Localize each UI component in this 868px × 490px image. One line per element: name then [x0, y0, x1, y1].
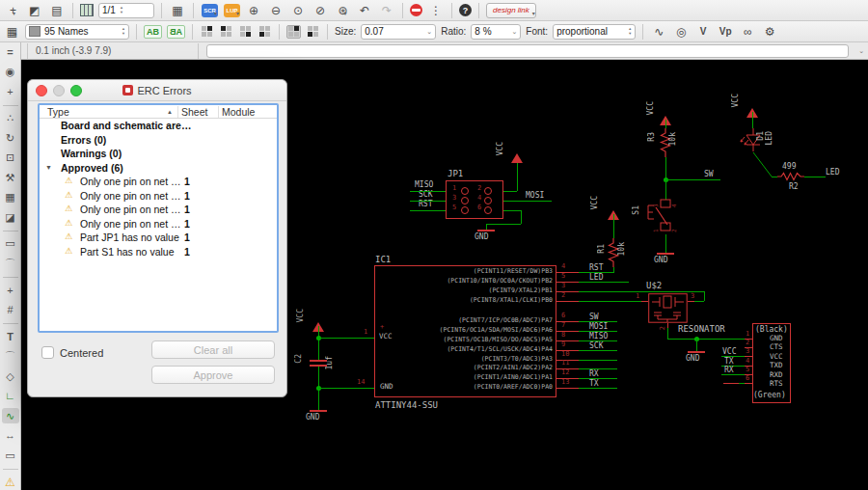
- u2-resonator[interactable]: [648, 293, 688, 323]
- layers-table-icon[interactable]: ▦: [169, 3, 186, 18]
- erc-row[interactable]: ⚠Only one pin on net …1: [40, 217, 277, 231]
- zoom-out-icon[interactable]: ⊖: [267, 3, 285, 18]
- zoom-select-icon[interactable]: ⊛▾: [334, 3, 351, 18]
- script-button[interactable]: SCR▾: [201, 3, 218, 18]
- show-icon[interactable]: ◉: [2, 65, 19, 81]
- zoom-button[interactable]: [70, 85, 82, 96]
- s1-switch[interactable]: 3 4 1 2: [644, 198, 679, 234]
- erc-row[interactable]: ⚠Only one pin on net …1: [40, 189, 277, 204]
- approve-button[interactable]: Approve: [151, 366, 275, 384]
- erc-row[interactable]: Warnings (0): [40, 147, 277, 161]
- clear-all-button[interactable]: Clear all: [151, 340, 275, 359]
- ic1-pin-name: (PCINT1/AIN0/ADC1)PA1: [474, 374, 553, 381]
- dialog-titlebar[interactable]: ERC Errors: [28, 80, 286, 101]
- warning-icon: ⚠: [65, 231, 72, 241]
- voltage-icon[interactable]: V: [694, 24, 712, 40]
- split-icon[interactable]: #: [2, 302, 19, 318]
- grid-icon[interactable]: [80, 4, 94, 16]
- column-sheet[interactable]: Sheet: [181, 106, 207, 118]
- erc-tool-icon[interactable]: ⚠: [2, 474, 19, 490]
- layer-stepper[interactable]: ▲▼: [122, 27, 125, 36]
- link-nodes-icon[interactable]: ∞: [739, 24, 756, 40]
- command-history-caret-icon[interactable]: ⌄: [858, 47, 864, 55]
- help-icon[interactable]: ?: [459, 4, 472, 16]
- erc-list-header[interactable]: Type ▲ Sheet Module: [40, 105, 277, 119]
- ic1-vcc-pin-name: VCC: [379, 333, 393, 340]
- voltage-probe-icon[interactable]: Vp: [717, 24, 734, 40]
- zoom-redraw-icon[interactable]: ⊘: [312, 3, 329, 18]
- ulp-button[interactable]: LUP▾: [223, 3, 240, 18]
- rect-tool-icon[interactable]: ▭: [2, 448, 19, 464]
- zoom-fit-icon[interactable]: ⊙: [289, 3, 307, 18]
- signal-icon[interactable]: ∿: [650, 24, 667, 40]
- font-select[interactable]: proportional ▲▼: [553, 24, 636, 40]
- group-icon[interactable]: ▦: [2, 190, 19, 206]
- minimize-button[interactable]: [53, 85, 65, 96]
- net-probe-icon[interactable]: ◎: [672, 24, 690, 40]
- erc-row[interactable]: ⚠Only one pin on net …1: [40, 175, 277, 189]
- gnd-label: GND: [686, 355, 699, 363]
- undo-icon[interactable]: ↶: [356, 3, 373, 18]
- r2-resistor[interactable]: [777, 172, 804, 181]
- print-icon[interactable]: ▤: [48, 3, 66, 18]
- info-icon[interactable]: =: [2, 44, 19, 61]
- ratio-select[interactable]: 8 % ⌄: [471, 24, 521, 40]
- paste-icon[interactable]: ◪: [2, 209, 19, 226]
- add-part-icon[interactable]: +: [2, 283, 19, 299]
- column-type[interactable]: Type: [47, 106, 69, 118]
- net-tool-icon[interactable]: ∟: [2, 388, 19, 404]
- font-stepper[interactable]: ▲▼: [628, 27, 632, 36]
- erc-row[interactable]: Board and schematic are…: [40, 119, 277, 133]
- stretch-tool-icon[interactable]: ↔: [2, 427, 19, 444]
- align-selected-icon[interactable]: [286, 25, 301, 39]
- align-bottom-left2-icon[interactable]: [306, 25, 320, 39]
- close-button[interactable]: [36, 85, 47, 96]
- pointer-tool-icon[interactable]: +▾: [4, 3, 21, 18]
- design-link-button[interactable]: design link ▾: [486, 3, 535, 18]
- arc-tool-icon[interactable]: ⌒: [2, 348, 19, 365]
- erc-row[interactable]: Errors (0): [40, 133, 277, 148]
- save-icon[interactable]: ◩: [26, 3, 43, 18]
- size-select[interactable]: 0.07 ⌄: [361, 24, 436, 40]
- polygon-tool-icon[interactable]: ◇: [2, 368, 19, 385]
- redo-icon[interactable]: ↷: [378, 3, 395, 18]
- expand-triangle-icon[interactable]: ▼: [45, 164, 52, 171]
- zoom-in-icon[interactable]: ⊕: [245, 3, 262, 18]
- smash-icon[interactable]: ⌒: [2, 256, 19, 272]
- wrench-icon[interactable]: ⚒: [2, 170, 19, 186]
- layer-select-value: 95 Names: [44, 26, 89, 37]
- stop-icon[interactable]: [410, 4, 422, 16]
- mark-icon[interactable]: +: [2, 84, 19, 100]
- page-stepper[interactable]: ▲▼: [120, 6, 123, 14]
- ic1-pin-name: (PCINT2/AIN1/ADC2)PA2: [474, 365, 553, 371]
- erc-row[interactable]: ⚠Part S1 has no value1: [40, 245, 277, 259]
- sheet-page-field[interactable]: 1/1 ▲▼: [98, 3, 154, 18]
- layer-tool-icon[interactable]: ▦▾: [3, 24, 20, 40]
- centered-checkbox[interactable]: Centered: [41, 346, 103, 359]
- command-input[interactable]: [206, 44, 849, 58]
- bus-tool-icon[interactable]: ∿: [2, 408, 19, 424]
- ic1-pin-number: 6: [561, 313, 565, 319]
- mirror-flipped-icon[interactable]: AB: [167, 25, 185, 39]
- erc-row[interactable]: ⚠Part JP1 has no value1: [40, 231, 277, 245]
- align-top-left-icon[interactable]: [219, 25, 233, 39]
- align-bottom-right-icon[interactable]: [238, 25, 253, 39]
- conn-bottom-label: (Green): [753, 392, 786, 399]
- overflow-menu-icon[interactable]: ⋮: [427, 3, 445, 18]
- column-module[interactable]: Module: [222, 106, 255, 118]
- checkbox-box[interactable]: [41, 346, 54, 359]
- settings-gear-icon[interactable]: ⚙: [761, 24, 778, 40]
- rotate-icon[interactable]: ↻: [2, 130, 19, 147]
- name-icon[interactable]: ▭: [2, 236, 19, 253]
- mirror-normal-icon[interactable]: AB: [144, 25, 162, 39]
- u2-ref: U$2: [646, 282, 662, 290]
- copy-icon[interactable]: ⊡: [2, 150, 19, 167]
- erc-row-approved-group[interactable]: ▼ Approved (6): [40, 161, 277, 176]
- text-tool-icon[interactable]: T: [2, 329, 19, 345]
- move-icon[interactable]: ∴: [2, 111, 19, 127]
- erc-list[interactable]: Type ▲ Sheet Module Board and schematic …: [38, 103, 279, 333]
- align-top-right-icon[interactable]: [200, 25, 214, 39]
- layer-select[interactable]: 95 Names ▲▼: [25, 24, 129, 40]
- erc-row[interactable]: ⚠Only one pin on net …1: [40, 203, 277, 217]
- align-bottom-left-icon[interactable]: [258, 25, 272, 39]
